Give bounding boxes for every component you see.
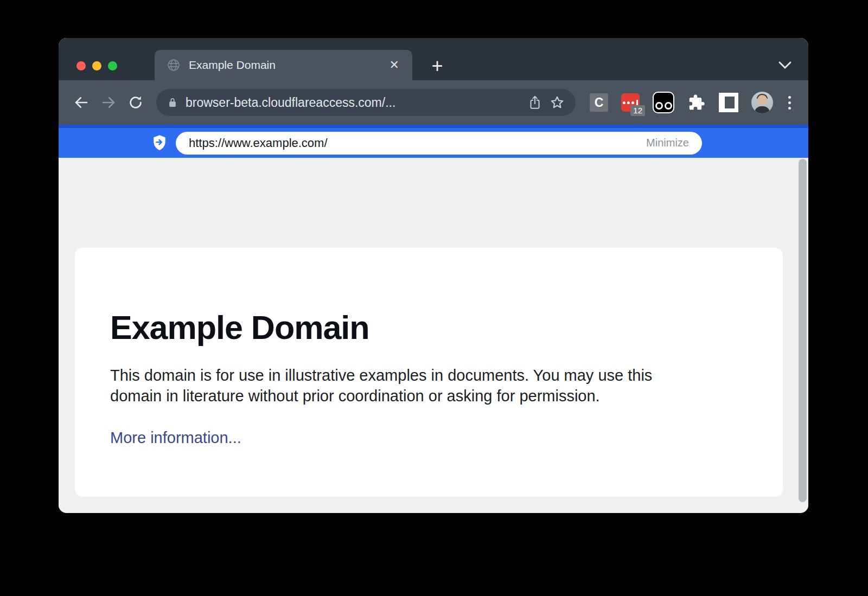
- paragraph-line: This domain is for use in illustrative e…: [110, 365, 750, 386]
- browser-menu-button[interactable]: [786, 94, 793, 112]
- profile-avatar[interactable]: [751, 92, 773, 113]
- extensions-menu-button[interactable]: [687, 93, 706, 112]
- dot: [627, 101, 630, 104]
- forward-arrow-icon: [100, 94, 117, 111]
- back-arrow-icon: [73, 94, 90, 111]
- avatar-face: [757, 95, 767, 105]
- paragraph-line: domain in literature without prior coord…: [110, 386, 750, 406]
- dot: [788, 96, 791, 99]
- browser-tab[interactable]: Example Domain ✕: [155, 50, 412, 80]
- bookmark-star-icon[interactable]: [550, 95, 565, 110]
- isolation-url-text: https://www.example.com/: [189, 136, 646, 150]
- lens: [655, 102, 663, 110]
- page-title: Example Domain: [110, 309, 750, 347]
- traffic-lights: [76, 61, 117, 71]
- c-extension-icon[interactable]: C: [590, 93, 608, 112]
- dot: [631, 101, 634, 104]
- more-information-link[interactable]: More information...: [110, 429, 241, 446]
- sidebar-extension-icon[interactable]: [719, 93, 738, 112]
- content-card: Example Domain This domain is for use in…: [75, 248, 783, 497]
- dot: [788, 107, 791, 110]
- shield-arrow-icon: [152, 134, 167, 152]
- page-viewport: Example Domain This domain is for use in…: [59, 158, 808, 513]
- cursor-bar: [636, 100, 638, 106]
- new-tab-button[interactable]: +: [425, 54, 449, 78]
- isolation-bar: https://www.example.com/ Minimize: [59, 125, 808, 158]
- browser-window: Example Domain ✕ +: [59, 38, 808, 513]
- page-paragraph: This domain is for use in illustrative e…: [110, 365, 750, 406]
- zoom-window-button[interactable]: [108, 61, 117, 71]
- goggles-extension-icon[interactable]: [653, 92, 674, 113]
- browser-toolbar: browser-beta.cloudflareaccess.com/... C …: [59, 80, 808, 125]
- isolation-url-input[interactable]: https://www.example.com/ Minimize: [176, 132, 702, 155]
- back-button[interactable]: [72, 93, 91, 112]
- lens: [665, 102, 672, 110]
- screenshot-stage: Example Domain ✕ +: [0, 0, 868, 596]
- tab-search-chevron-icon[interactable]: [778, 61, 792, 69]
- share-icon[interactable]: [528, 95, 542, 110]
- avatar-shoulders: [755, 106, 770, 113]
- tab-close-icon[interactable]: ✕: [387, 57, 401, 73]
- scrollbar-thumb[interactable]: [799, 159, 807, 502]
- forward-button[interactable]: [99, 93, 118, 112]
- reload-icon: [127, 94, 144, 111]
- tab-title: Example Domain: [189, 59, 387, 72]
- tab-strip: Example Domain ✕ +: [59, 38, 808, 80]
- address-bar-url: browser-beta.cloudflareaccess.com/...: [186, 95, 520, 110]
- close-window-button[interactable]: [76, 61, 86, 71]
- lock-icon: [167, 97, 178, 108]
- extensions-row: C 12: [590, 92, 793, 113]
- red-dots-extension-icon[interactable]: 12: [621, 93, 640, 112]
- sidebar-inner: [725, 97, 735, 108]
- globe-favicon-icon: [167, 58, 181, 72]
- extension-badge: 12: [630, 105, 645, 116]
- puzzle-icon: [688, 94, 705, 111]
- minimize-bar-button[interactable]: Minimize: [646, 137, 689, 149]
- dot: [623, 101, 626, 104]
- minimize-window-button[interactable]: [92, 61, 101, 71]
- dot: [788, 101, 791, 104]
- address-bar[interactable]: browser-beta.cloudflareaccess.com/...: [156, 89, 576, 116]
- reload-button[interactable]: [126, 93, 145, 112]
